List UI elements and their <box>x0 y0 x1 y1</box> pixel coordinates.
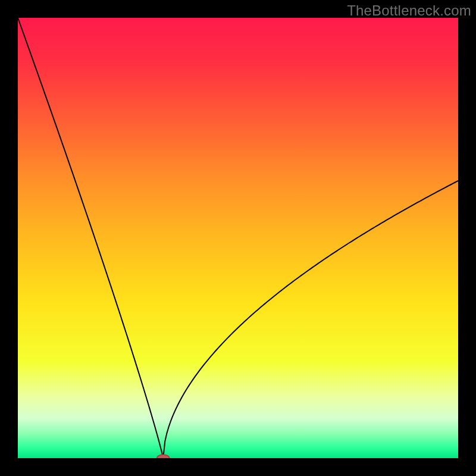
optimum-marker <box>157 455 170 458</box>
chart-frame: TheBottleneck.com <box>0 0 476 476</box>
watermark-text: TheBottleneck.com <box>347 2 471 19</box>
gradient-background <box>18 18 458 458</box>
bottleneck-chart <box>18 18 458 458</box>
